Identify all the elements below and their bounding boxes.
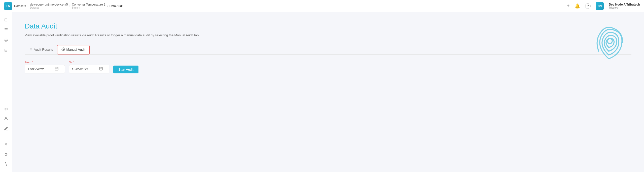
from-group: From * [25, 61, 65, 73]
manual-audit-form: From * To * [25, 55, 631, 73]
to-date-input-wrap[interactable] [69, 65, 109, 73]
tab-audit-results-label: Audit Results [34, 48, 53, 51]
chart-icon [4, 162, 8, 167]
breadcrumb-sep-2: › [69, 4, 70, 8]
svg-point-7 [63, 49, 64, 50]
to-group: To * [69, 61, 109, 73]
dashboard-icon: ⊞ [4, 17, 8, 22]
breadcrumb-sep-3: › [107, 4, 108, 8]
gear-icon: ⚙ [4, 107, 8, 111]
sidebar-item-chart[interactable] [2, 160, 11, 169]
topbar-right: + 🔔 ? DN Dev Node A Tributech Tributech [567, 2, 640, 10]
sidebar-item-dashboard[interactable]: ⊞ [2, 15, 11, 24]
list-tab-icon [29, 47, 32, 52]
sidebar-item-user[interactable] [2, 114, 11, 124]
sidebar-item-list[interactable]: ☰ [2, 25, 11, 34]
user-info: Dev Node A Tributech Tributech [609, 3, 640, 9]
tabs-bar: Audit Results Manual Audit [25, 45, 631, 55]
user-name: Dev Node A Tributech [609, 3, 640, 6]
app-logo[interactable]: TN [4, 2, 12, 10]
user-icon [4, 116, 8, 122]
to-calendar-icon[interactable] [99, 67, 103, 72]
from-date-input[interactable] [27, 67, 53, 71]
from-calendar-icon[interactable] [55, 67, 59, 72]
breadcrumb-stream[interactable]: Converter Temperature 2 Stream [72, 3, 105, 9]
list-icon: ☰ [4, 27, 8, 32]
svg-point-0 [5, 117, 7, 119]
page-title: Data Audit [25, 22, 631, 30]
add-icon[interactable]: + [567, 3, 570, 9]
tab-manual-audit[interactable]: Manual Audit [57, 45, 90, 54]
tab-audit-results[interactable]: Audit Results [25, 45, 57, 55]
to-label: To * [69, 61, 109, 64]
sidebar-item-location[interactable]: ◎ [2, 35, 11, 44]
from-label: From * [25, 61, 65, 64]
tab-manual-audit-label: Manual Audit [66, 48, 85, 51]
page-description: View available proof verification result… [25, 33, 201, 37]
sidebar-item-layer[interactable]: ⊟ [2, 45, 11, 54]
x-icon: ✕ [4, 142, 8, 147]
svg-rect-12 [99, 67, 102, 70]
start-audit-button[interactable]: Start Audit [113, 66, 138, 73]
content-area: Data Audit View available proof verifica… [12, 12, 644, 172]
topbar: TN Datasets › dev-edge-runtime-device-a5… [0, 0, 644, 12]
layer-icon: ⊟ [4, 48, 8, 52]
user-avatar[interactable]: DN [596, 2, 604, 10]
breadcrumb-datasets[interactable]: Datasets [14, 4, 26, 8]
fingerprint-decoration [594, 27, 624, 61]
sidebar: ⊞ ☰ ◎ ⊟ ⚙ [0, 12, 12, 172]
config-icon: ⚙ [4, 152, 8, 157]
edit-icon [4, 126, 8, 132]
svg-rect-8 [55, 67, 58, 70]
breadcrumb-device[interactable]: dev-edge-runtime-device-a5 Dataset [30, 3, 68, 9]
user-org: Tributech [609, 6, 640, 9]
breadcrumb-current: Data Audit [110, 4, 123, 8]
breadcrumb-sep-1: › [27, 4, 28, 8]
breadcrumb: Datasets › dev-edge-runtime-device-a5 Da… [14, 3, 565, 9]
bell-icon[interactable]: 🔔 [575, 3, 580, 9]
gear-tab-icon [61, 47, 65, 52]
location-icon: ◎ [4, 38, 8, 42]
from-date-input-wrap[interactable] [25, 65, 65, 73]
help-icon[interactable]: ? [585, 3, 591, 9]
sidebar-item-edit[interactable] [2, 125, 11, 134]
main-layout: ⊞ ☰ ◎ ⊟ ⚙ [0, 12, 644, 172]
sidebar-item-settings[interactable]: ⚙ [2, 104, 11, 113]
sidebar-item-close[interactable]: ✕ [2, 140, 11, 149]
sidebar-item-config[interactable]: ⚙ [2, 150, 11, 159]
to-date-input[interactable] [72, 67, 97, 71]
